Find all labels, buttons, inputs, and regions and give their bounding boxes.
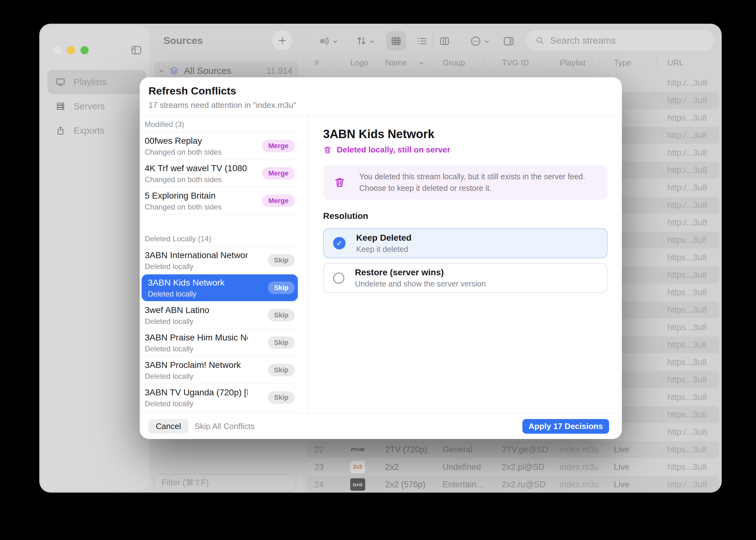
conflict-status-text: Deleted locally, still on server — [337, 145, 450, 155]
conflict-list-item[interactable]: 3ABN Kids Network Deleted locally Skip — [140, 274, 308, 302]
column-separator — [541, 58, 542, 70]
conflict-item-title: 3wef ABN Latino — [145, 305, 209, 315]
cell-group: Undefined — [443, 458, 481, 476]
sidebar-item-label: Servers — [74, 101, 105, 112]
stream-title: 3ABN Kids Network — [323, 127, 434, 141]
conflict-item-title: 3ABN International Network — [145, 250, 248, 260]
column-header-group[interactable]: Group — [443, 58, 465, 68]
channel-logo: 2x2 — [350, 461, 365, 473]
option-title: Restore (server wins) — [355, 267, 486, 278]
conflict-item-title: 5 Exploring Britain — [145, 191, 216, 201]
cell-type: Live — [614, 441, 629, 458]
column-header-logo[interactable]: Logo — [350, 58, 368, 68]
checked-radio-icon: ✓ — [333, 237, 346, 249]
cell-playlist: index.m3u — [560, 441, 599, 458]
conflict-list-item[interactable]: 3ABN TV Uganda (720p) [Not 2… Deleted lo… — [140, 384, 308, 411]
section-label-modified: Modified (3) — [140, 120, 308, 129]
conflict-list-item[interactable]: 00fwes Replay Changed on both sides Merg… — [140, 132, 308, 160]
column-header-num[interactable]: # — [314, 58, 319, 68]
chevron-down-icon[interactable] — [158, 68, 165, 74]
apply-decisions-button[interactable]: Apply 17 Decisions — [523, 419, 609, 434]
conflict-action-badge: Merge — [262, 167, 295, 180]
sort-icon[interactable] — [356, 35, 368, 47]
conflict-item-title: 3ABN TV Uganda (720p) [Not 2… — [145, 387, 248, 397]
conflict-item-subtitle: Deleted locally — [145, 399, 193, 408]
conflict-item-title: 3ABN Praise Him Music Network — [145, 333, 248, 342]
column-separator — [656, 58, 657, 70]
column-header-name[interactable]: Name — [385, 58, 407, 68]
chevron-down-icon[interactable] — [333, 39, 338, 44]
minimize-button[interactable] — [67, 46, 75, 54]
more-options-icon[interactable] — [470, 35, 482, 47]
dialog-title: Refresh Conflicts — [148, 85, 236, 97]
chevron-down-icon[interactable] — [484, 39, 490, 44]
list-view-icon[interactable] — [417, 36, 427, 47]
column-header-url[interactable]: URL — [668, 58, 683, 68]
cell-group: General — [443, 441, 473, 458]
conflict-list-item[interactable]: 3ABN Praise Him Music Network Deleted lo… — [140, 329, 308, 356]
conflict-action-badge: Skip — [268, 254, 295, 267]
column-header-playlist[interactable]: Playlist — [560, 58, 585, 68]
conflict-action-badge: Skip — [268, 337, 295, 349]
conflict-item-title: 4K Trf wef wavel TV (1080p) — [145, 163, 248, 173]
resolution-label: Resolution — [323, 211, 368, 221]
column-view-icon[interactable] — [439, 36, 450, 47]
sources-pane-title: Sources — [163, 35, 203, 47]
cell-url: https...3u8 — [668, 406, 707, 423]
conflict-action-badge: Skip — [268, 309, 295, 322]
filter-input[interactable]: Filter (⌘⇧F) — [154, 474, 296, 491]
column-header-type[interactable]: Type — [614, 58, 631, 68]
sidebar-item-label: Playlists — [74, 77, 107, 87]
table-view-icon[interactable] — [391, 36, 401, 47]
inspector-toggle-icon[interactable] — [503, 35, 515, 47]
sidebar-item-exports[interactable]: Exports — [48, 118, 147, 143]
cell-url: https...3u8 — [668, 353, 707, 371]
all-sources-label: All Sources — [184, 66, 231, 76]
cell-url: http:/...3u8 — [668, 127, 707, 144]
sidebar-toggle-icon[interactable] — [130, 44, 142, 56]
column-separator — [426, 58, 426, 70]
skip-all-conflicts-button[interactable]: Skip All Conflicts — [195, 413, 254, 439]
conflict-list-item[interactable]: 4K Trf wef wavel TV (1080p) Changed on b… — [140, 160, 308, 187]
column-separator — [335, 58, 335, 70]
table-row[interactable]: 22 2TV.GE 2TV (720p) General 2TV.ge@SD i… — [304, 441, 722, 458]
conflict-action-badge: Skip — [268, 364, 295, 376]
column-header-tvgid[interactable]: TVG ID — [502, 58, 529, 68]
add-source-button[interactable] — [272, 31, 292, 51]
zoom-button[interactable] — [80, 46, 88, 54]
cell-url: http:/...3u8 — [668, 74, 707, 92]
cell-url: https...3u8 — [668, 458, 707, 476]
cancel-button[interactable]: Cancel — [148, 419, 188, 434]
trash-icon — [334, 177, 346, 188]
cell-url: https...3u8 — [668, 266, 707, 284]
conflict-item-subtitle: Changed on both sides — [145, 148, 222, 157]
table-row[interactable]: 23 2x2 2x2 Undefined 2x2.pl@SD index.m3u… — [304, 458, 722, 476]
cell-playlist: index.m3u — [560, 476, 599, 492]
conflict-list-item[interactable]: 3wef ABN Latino Deleted locally Skip — [140, 302, 308, 329]
stream-add-icon[interactable] — [319, 35, 331, 47]
column-separator — [599, 58, 600, 70]
conflict-item-subtitle: Deleted locally — [145, 262, 193, 271]
conflict-list-item[interactable]: 3ABN International Network Deleted local… — [140, 247, 308, 274]
chevron-down-icon[interactable] — [369, 39, 375, 44]
cell-url: https...3u8 — [668, 301, 707, 319]
column-separator — [483, 58, 484, 70]
option-subtitle: Undelete and show the server version — [355, 279, 486, 288]
close-button[interactable] — [53, 46, 61, 54]
conflict-list-item[interactable]: 3ABN Proclaim! Network Deleted locally S… — [140, 356, 308, 384]
cell-url: http:/...3u8 — [668, 476, 707, 492]
cell-logo: II×II — [350, 478, 365, 491]
table-header: # Logo Name Group TVG ID Playlist Type U… — [304, 54, 722, 73]
option-keep-deleted[interactable]: ✓ Keep Deleted Keep it deleted — [323, 228, 608, 258]
table-row[interactable]: 24 II×II 2x2 (576p) Entertain… 2x2.ru@SD… — [304, 476, 722, 492]
conflict-action-badge: Merge — [262, 195, 295, 207]
sidebar-item-playlists[interactable]: Playlists — [48, 70, 147, 94]
cell-number: 24 — [314, 476, 324, 492]
search-input[interactable]: Search streams — [527, 30, 714, 51]
sidebar-item-servers[interactable]: Servers — [48, 94, 147, 118]
conflict-status: Deleted locally, still on server — [323, 145, 450, 155]
search-icon — [535, 36, 544, 45]
cell-url: https...3u8 — [668, 371, 707, 388]
conflict-list-item[interactable]: 5 Exploring Britain Changed on both side… — [140, 187, 308, 214]
option-restore[interactable]: Restore (server wins) Undelete and show … — [323, 263, 608, 293]
